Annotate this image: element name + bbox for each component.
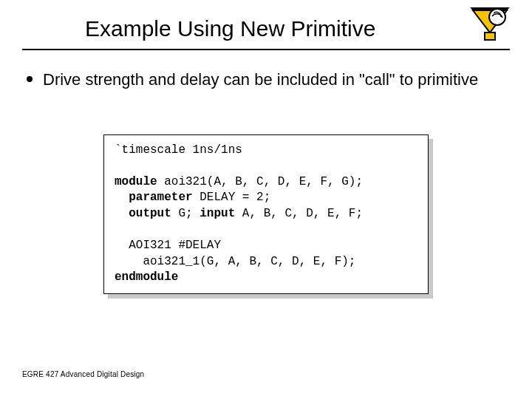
slide-header: Example Using New Primitive [22, 13, 510, 50]
slide: Example Using New Primitive Drive streng… [0, 0, 532, 399]
code-keyword: input [200, 207, 235, 220]
code-line: AOI321 #DELAY [115, 239, 221, 252]
bullet-text: Drive strength and delay can be included… [43, 69, 485, 90]
bullet-dot-icon [27, 76, 33, 82]
bullet-item: Drive strength and delay can be included… [22, 69, 510, 90]
code-keyword: output [115, 207, 171, 220]
svg-marker-1 [470, 7, 510, 10]
code-keyword: parameter [115, 191, 193, 204]
code-keyword: endmodule [115, 270, 178, 284]
title-divider [22, 49, 510, 50]
code-line: `timescale 1ns/1ns [115, 143, 242, 157]
code-block: `timescale 1ns/1ns module aoi321(A, B, C… [103, 134, 429, 294]
code-text: G; [171, 207, 200, 220]
vt-logo-icon [467, 7, 513, 41]
code-box: `timescale 1ns/1ns module aoi321(A, B, C… [103, 134, 429, 294]
code-keyword: module [115, 175, 157, 188]
code-line: aoi321_1(G, A, B, C, D, E, F); [115, 255, 355, 268]
code-text: DELAY = 2; [193, 191, 271, 204]
svg-point-2 [489, 9, 505, 25]
code-text: A, B, C, D, E, F; [235, 207, 363, 220]
code-text: aoi321(A, B, C, D, E, F, G); [157, 175, 363, 188]
slide-title: Example Using New Primitive [22, 13, 510, 41]
svg-rect-3 [485, 33, 495, 40]
slide-footer: EGRE 427 Advanced Digital Design [22, 370, 144, 378]
